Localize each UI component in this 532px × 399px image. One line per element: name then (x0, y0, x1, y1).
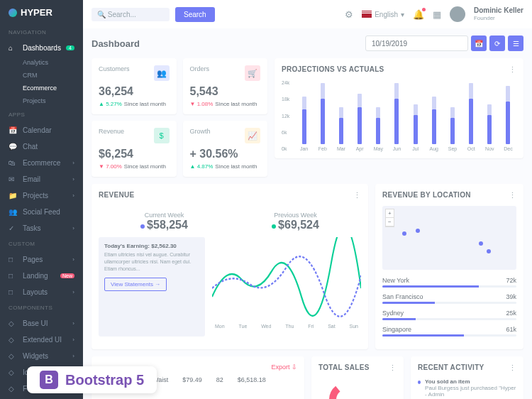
nav-section-apps: APPS (0, 107, 83, 122)
search-input[interactable]: 🔍 Search... (92, 8, 170, 21)
nav-base-ui[interactable]: ◇Base UI› (0, 315, 83, 332)
nav-sub-ecommerce[interactable]: Ecommerce (0, 82, 83, 94)
revenue-title: REVENUE (99, 191, 134, 200)
home-icon: ⌂ (9, 44, 17, 52)
nav-section-custom: CUSTOM (0, 236, 83, 251)
dashboards-badge: 4 (66, 45, 74, 50)
chevron-down-icon: ▾ (401, 11, 404, 18)
us-flag-icon (362, 11, 372, 18)
nav-section-components: COMPONENTS (0, 300, 83, 315)
date-input[interactable] (365, 35, 468, 51)
stat-growth: Growth📈+ 30.56%▲ 4.87%Since last month (183, 121, 268, 177)
nav-sub-analytics[interactable]: Analytics (0, 56, 83, 69)
previous-week-label: Previous Week (272, 212, 319, 219)
page-title: Dashboard (92, 38, 140, 49)
language-selector[interactable]: English ▾ (362, 11, 404, 18)
activity-title: RECENT ACTIVITY (418, 364, 484, 373)
location-new-york: New York72k (382, 277, 516, 288)
nav-email[interactable]: ✉Email› (0, 171, 83, 187)
sales-menu[interactable]: ⋮ (389, 364, 397, 373)
bell-icon[interactable]: 🔔 (413, 9, 424, 20)
nav-projects[interactable]: 📁Projects› (0, 187, 83, 204)
earning-title: Today's Earning: $2,562.30 (104, 243, 199, 249)
nav-dashboards[interactable]: ⌂ Dashboards 4 (0, 40, 83, 56)
location-san-francisco: San Francisco39k (382, 293, 516, 304)
zoom-out-button[interactable]: − (386, 218, 394, 226)
apps-icon[interactable]: ▦ (433, 9, 441, 20)
export-button[interactable]: Export ⇩ (271, 364, 297, 371)
nav-chat[interactable]: 💬Chat (0, 138, 83, 155)
location-menu[interactable]: ⋮ (509, 191, 516, 200)
location-sydney: Sydney25k (382, 310, 516, 320)
world-map[interactable]: +− (382, 206, 516, 270)
activity-menu[interactable]: ⋮ (509, 364, 516, 373)
current-week-value: $58,254 (147, 219, 188, 231)
bootstrap5-badge: B Bootstrap 5 (27, 366, 157, 393)
calendar-button[interactable]: 📅 (471, 35, 487, 51)
nav-sub-crm[interactable]: CRM (0, 69, 83, 82)
nav-layouts[interactable]: □Layouts› (0, 284, 83, 300)
nav-section-navigation: NAVIGATION (0, 25, 83, 40)
nav-extended-ui[interactable]: ◇Extended UI› (0, 332, 83, 348)
nav-tasks[interactable]: ✓Tasks› (0, 220, 83, 236)
stat-revenue: Revenue$$6,254▼ 7.00%Since last month (92, 121, 177, 177)
nav-ecommerce[interactable]: 🛍Ecommerce› (0, 155, 83, 171)
nav-landing[interactable]: □LandingNew (0, 268, 83, 284)
search-button[interactable]: Search (175, 7, 215, 22)
user-menu[interactable]: Dominic Keller Founder (474, 6, 523, 22)
view-statements-button[interactable]: View Statements → (104, 278, 167, 291)
svg-point-2 (333, 386, 361, 399)
search-icon: 🔍 (97, 11, 106, 18)
zoom-in-button[interactable]: + (386, 209, 394, 218)
total-sales-title: TOTAL SALES (318, 364, 370, 373)
activity-item: You sold an item Paul Burgess just purch… (418, 378, 516, 398)
previous-week-value: $69,524 (278, 219, 319, 231)
nav-sub-projects[interactable]: Projects (0, 94, 83, 107)
stat-customers: Customers👥36,254▲ 5.27%Since last month (92, 58, 177, 114)
nav-pages[interactable]: □Pages› (0, 251, 83, 268)
donut-chart (318, 378, 375, 399)
brand-logo[interactable]: HYPER (0, 0, 83, 25)
nav-calendar[interactable]: 📅Calendar (0, 122, 83, 138)
gear-icon[interactable]: ⚙ (345, 9, 353, 20)
nav-widgets[interactable]: ◇Widgets› (0, 348, 83, 364)
filter-button[interactable]: ☰ (508, 35, 523, 51)
refresh-button[interactable]: ⟳ (489, 35, 505, 51)
current-week-label: Current Week (140, 212, 188, 219)
nav-social-feed[interactable]: 👥Social Feed (0, 204, 83, 220)
projections-menu[interactable]: ⋮ (509, 65, 516, 75)
avatar[interactable] (450, 6, 465, 22)
revenue-menu[interactable]: ⋮ (353, 191, 361, 200)
location-title: REVENUE BY LOCATION (382, 191, 471, 200)
earning-text: Etiam ultricies nisi vel augue. Curabitu… (104, 251, 199, 272)
projections-title: PROJECTIONS VS ACTUALS (282, 65, 384, 75)
stat-orders: Orders🛒5,543▼ 1.08%Since last month (183, 58, 268, 114)
location-singapore: Singapore61k (382, 326, 516, 337)
bootstrap-icon: B (40, 371, 58, 389)
